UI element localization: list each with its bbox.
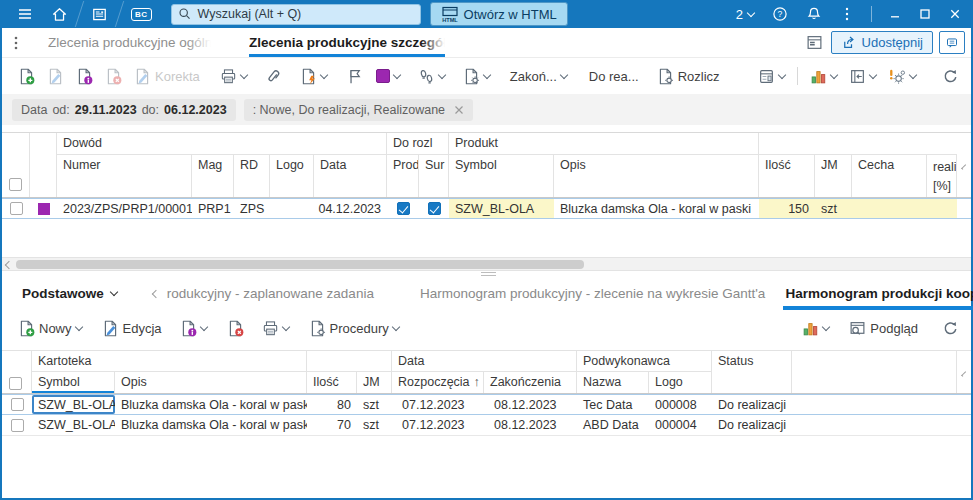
- column-header-mag[interactable]: Mag: [192, 155, 234, 197]
- print-button-2[interactable]: [256, 314, 295, 342]
- column-header-symbol[interactable]: Symbol: [449, 155, 554, 197]
- process-steps-button[interactable]: [412, 62, 451, 90]
- column-header-numer[interactable]: Numer: [57, 155, 192, 197]
- remove-filter-icon[interactable]: [454, 105, 464, 115]
- document-edit-icon: [102, 320, 119, 337]
- open-in-html-button[interactable]: HTML Otwórz w HTML: [430, 2, 568, 26]
- column-header-symbol[interactable]: Symbol: [32, 372, 115, 393]
- group-header-dowod[interactable]: Dowód: [57, 133, 387, 155]
- print-button[interactable]: [214, 62, 253, 90]
- usun-button[interactable]: [221, 314, 250, 342]
- document-actions-button[interactable]: [294, 62, 333, 90]
- column-header-rd[interactable]: RD: [234, 155, 270, 197]
- tab-zlecenia-produkcyjne-ogolne[interactable]: Zlecenia produkcyjne ogólne: [48, 28, 211, 57]
- column-nav-left-icon[interactable]: [961, 164, 967, 170]
- maximize-button[interactable]: [910, 0, 940, 28]
- column-header-jm[interactable]: JM: [815, 155, 852, 197]
- status-filter-chip[interactable]: : Nowe, Do realizacji, Realizowane: [244, 99, 473, 121]
- row-checkbox[interactable]: [11, 419, 24, 432]
- grid-settings-button[interactable]: [882, 62, 922, 90]
- document-info-button[interactable]: [70, 62, 99, 90]
- prod-checkbox[interactable]: [397, 202, 410, 215]
- news-button[interactable]: [82, 0, 117, 28]
- row-checkbox[interactable]: [10, 202, 23, 215]
- share-button[interactable]: Udostępnij: [831, 31, 933, 54]
- tab-gantt[interactable]: Harmonogram produkcyjny - zlecenie na wy…: [420, 277, 765, 310]
- info-button[interactable]: [174, 314, 213, 342]
- tab-zlecenia-produkcyjne-szczegolowe[interactable]: Zlecenia produkcyjne szczegółowe: [249, 28, 445, 57]
- flag-button[interactable]: [341, 62, 370, 90]
- column-header-opis[interactable]: Opis: [115, 372, 307, 393]
- group-header-produkt[interactable]: Produkt: [449, 133, 759, 155]
- column-header-ilosc[interactable]: Ilość: [307, 372, 357, 393]
- row-checkbox[interactable]: [11, 398, 24, 411]
- more-options-button[interactable]: [831, 0, 863, 28]
- procedury-button[interactable]: Procedury: [303, 314, 405, 342]
- column-header-logo[interactable]: Logo: [649, 372, 712, 393]
- group-header-kartoteka[interactable]: Kartoteka: [32, 351, 307, 372]
- attachments-button[interactable]: [259, 62, 288, 90]
- do-realizacji-button[interactable]: Do rea...: [583, 62, 645, 90]
- collapse-panel-button[interactable]: [843, 62, 882, 90]
- column-header-prod[interactable]: Prod: [387, 155, 419, 197]
- column-header-nazwa[interactable]: Nazwa: [577, 372, 649, 393]
- sur-checkbox[interactable]: [428, 202, 441, 215]
- column-header-logo[interactable]: Logo: [270, 155, 314, 197]
- hamburger-menu-button[interactable]: [8, 0, 42, 28]
- tab-harmonogram-kooperanta[interactable]: Harmonogram produkcji kooperanta: [785, 277, 973, 310]
- edycja-button[interactable]: Edycja: [96, 314, 168, 342]
- help-button[interactable]: ?: [763, 0, 797, 28]
- minimize-button[interactable]: [880, 0, 910, 28]
- delete-document-button[interactable]: [99, 62, 128, 90]
- session-count-dropdown[interactable]: 2: [727, 0, 763, 28]
- column-header-ilosc[interactable]: Ilość: [759, 155, 815, 197]
- column-header-zakonczenia[interactable]: Zakończenia: [484, 372, 577, 393]
- group-header-do-rozl[interactable]: Do rozl: [387, 133, 449, 155]
- column-header-status[interactable]: Status: [712, 351, 792, 393]
- column-header-cecha[interactable]: Cecha: [852, 155, 927, 197]
- document-settings-button[interactable]: [457, 62, 496, 90]
- column-header-opis[interactable]: Opis: [554, 155, 759, 197]
- tab-zaplanowane-zadania[interactable]: rodukcyjny - zaplanowane zadania: [167, 277, 374, 310]
- date-filter-chip[interactable]: Data od: 29.11.2023 do: 06.12.2023: [12, 99, 236, 121]
- scroll-left-icon[interactable]: [5, 261, 13, 269]
- refresh-button-2[interactable]: [936, 314, 965, 342]
- group-header-data[interactable]: Data: [392, 351, 577, 372]
- group-header-podwykonawca[interactable]: Podwykonawca: [577, 351, 712, 372]
- zakoncz-button[interactable]: Zakoń...: [504, 62, 573, 90]
- edit-document-button[interactable]: [41, 62, 70, 90]
- form-view-button[interactable]: [752, 62, 791, 90]
- scrollbar-thumb[interactable]: [16, 260, 584, 269]
- column-header-realiz[interactable]: realiz [%]: [927, 155, 957, 197]
- chart-view-button[interactable]: [804, 62, 843, 90]
- view-selector-podstawowe[interactable]: Podstawowe: [16, 277, 123, 310]
- nowy-button[interactable]: Nowy: [12, 314, 88, 342]
- column-header-jm[interactable]: JM: [357, 372, 392, 393]
- select-all-checkbox[interactable]: [9, 377, 22, 390]
- select-all-checkbox[interactable]: [9, 178, 22, 191]
- korekta-button[interactable]: Korekta: [128, 62, 206, 90]
- subcontract-row[interactable]: SZW_BL-OLA Bluzka damska Ola - koral w p…: [2, 394, 971, 415]
- search-input[interactable]: Wyszukaj (Alt + Q): [171, 4, 421, 25]
- tabs-scroll-left-button[interactable]: [149, 277, 163, 310]
- panel-layout-button[interactable]: [804, 32, 825, 53]
- notifications-button[interactable]: [797, 0, 831, 28]
- rozlicz-button[interactable]: Rozlicz: [651, 62, 726, 90]
- order-row[interactable]: 2023/ZPS/PRP1/00001 PRP1 ZPS 04.12.2023 …: [2, 198, 971, 219]
- home-button[interactable]: [42, 0, 77, 28]
- refresh-button[interactable]: [936, 62, 965, 90]
- column-header-data[interactable]: Data: [314, 155, 387, 197]
- column-nav-left-icon[interactable]: [961, 371, 967, 377]
- chart-view-button-2[interactable]: [796, 314, 835, 342]
- column-header-rozpoczecia[interactable]: Rozpoczęcia↑: [392, 372, 484, 393]
- tab-overflow-menu-button[interactable]: [6, 28, 26, 57]
- row-color-button[interactable]: [370, 62, 406, 90]
- close-button[interactable]: [940, 0, 973, 28]
- add-document-button[interactable]: [12, 62, 41, 90]
- subcontract-row[interactable]: SZW_BL-OLA Bluzka damska Ola - koral w p…: [2, 415, 971, 436]
- comments-button[interactable]: [939, 31, 965, 54]
- bc-module-button[interactable]: BC: [122, 0, 161, 28]
- horizontal-scrollbar[interactable]: [2, 257, 971, 271]
- podglad-button[interactable]: Podgląd: [843, 314, 924, 342]
- column-header-sur[interactable]: Sur: [419, 155, 449, 197]
